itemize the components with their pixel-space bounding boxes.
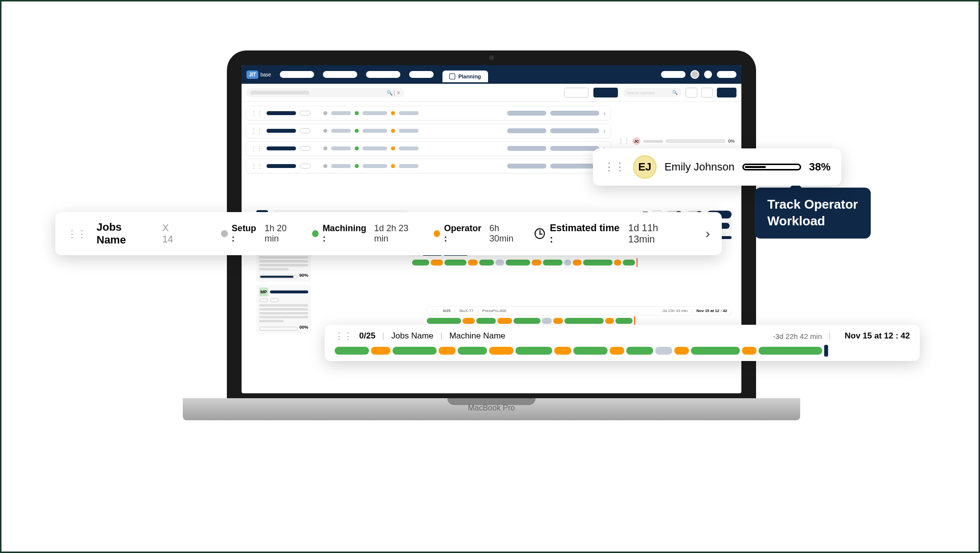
chevron-right-icon: › — [603, 127, 606, 135]
tooltip-line-1: Track Operator — [767, 196, 858, 213]
timeline-job-header: ⋮⋮ 0/25 | Jobs Name | Machine Name -3d 2… — [335, 331, 910, 341]
nav-tab-label: Planning — [458, 73, 481, 79]
action-button[interactable] — [593, 88, 618, 97]
laptop-base: MacBook Pro — [183, 398, 800, 420]
job-progress-count: 0/25 — [359, 331, 375, 341]
grip-icon[interactable]: ⋮⋮ — [251, 127, 263, 134]
operator-mini-row[interactable]: ⋮⋮ JC 0% — [615, 135, 737, 147]
job-count: X 14 — [162, 222, 182, 245]
time-delta: -3d 22h 42 min — [773, 332, 822, 340]
workload-progress — [742, 164, 801, 170]
stat-machining: Machining : 1d 2h 23 min — [312, 223, 424, 244]
job-row[interactable]: ⋮⋮ › — [245, 141, 611, 156]
timeline-operator-card[interactable]: MP 00% — [256, 285, 311, 334]
chevron-right-icon: › — [603, 109, 606, 117]
workload-pct: 90% — [299, 273, 308, 278]
logo-text: base — [260, 72, 271, 77]
logo[interactable]: JIT base — [246, 71, 271, 79]
op-filter-2[interactable] — [701, 88, 713, 97]
time-marker-icon[interactable] — [824, 345, 828, 357]
op-filter[interactable] — [686, 88, 697, 97]
avatar: EJ — [633, 155, 657, 179]
job-detail-card[interactable]: ⋮⋮ Jobs Name X 14 Setup : 1h 20 min Mach… — [55, 212, 722, 255]
search-icon: 🔍 | ✕ — [387, 90, 400, 96]
search-input[interactable]: 🔍 | ✕ — [246, 88, 404, 97]
calendar-icon — [449, 73, 455, 79]
nav-item-3[interactable] — [366, 71, 400, 78]
nav-right-1[interactable] — [661, 71, 686, 78]
job-title: Jobs Name — [97, 221, 152, 246]
operator-pct: 0% — [728, 139, 735, 144]
timeline-job-card[interactable]: ⋮⋮ 0/25 | Jobs Name | Machine Name -3d 2… — [325, 325, 920, 361]
grip-icon[interactable]: ⋮⋮ — [251, 110, 263, 117]
job-row[interactable]: ⋮⋮ › — [245, 159, 611, 173]
job-list: ⋮⋮ › ⋮⋮ — [245, 106, 611, 176]
avatar: MP — [259, 288, 268, 296]
chevron-right-icon[interactable]: › — [706, 226, 710, 241]
job-name: Jobs Name — [392, 331, 434, 341]
workload-pct: 00% — [299, 325, 308, 330]
nav-item-2[interactable] — [323, 71, 357, 78]
grip-icon[interactable]: ⋮⋮ — [251, 163, 263, 169]
camera — [489, 55, 494, 60]
nav-item-4[interactable] — [409, 71, 434, 78]
clock-icon — [535, 228, 545, 239]
setup-dot-icon — [221, 230, 228, 237]
sub-toolbar: 🔍 | ✕ Search operator 🔍 — [242, 84, 741, 102]
grip-icon[interactable]: ⋮⋮ — [251, 145, 263, 152]
grip-icon[interactable]: ⋮⋮ — [618, 138, 630, 144]
job-row[interactable]: ⋮⋮ › — [245, 106, 611, 120]
nav-right-2[interactable] — [717, 71, 736, 78]
grip-icon[interactable]: ⋮⋮ — [67, 228, 87, 240]
due-date: Nov 15 at 12 : 42 — [845, 331, 910, 341]
top-nav: JIT base Planning — [242, 65, 741, 84]
grip-icon[interactable]: ⋮⋮ — [604, 161, 625, 173]
op-action[interactable] — [717, 88, 736, 97]
workload-pct: 38% — [809, 161, 831, 173]
filter-box[interactable] — [564, 88, 588, 97]
grip-icon[interactable]: ⋮⋮ — [335, 331, 352, 341]
laptop-label: MacBook Pro — [183, 401, 800, 415]
user-avatar[interactable] — [690, 70, 699, 79]
nav-item-1[interactable] — [280, 71, 314, 78]
nav-tab-planning[interactable]: Planning — [442, 71, 488, 82]
logo-badge: JIT — [246, 71, 258, 79]
machining-dot-icon — [312, 230, 319, 237]
operator-search[interactable]: Search operator 🔍 — [623, 88, 682, 97]
job-row[interactable]: ⋮⋮ › — [245, 123, 611, 138]
operator-name: Emily Johnson — [664, 161, 735, 173]
operator-search-placeholder: Search operator — [627, 91, 655, 95]
timeline-job-bar[interactable]: ⋮⋮ 0/25 | BioX-77 | PressPro-800 -3d 23h… — [427, 306, 732, 315]
nav-icon-button[interactable] — [704, 71, 712, 78]
machine-name: Machine Name — [449, 331, 505, 341]
avatar: JC — [633, 137, 640, 145]
operator-workload-card[interactable]: ⋮⋮ EJ Emily Johnson 38% — [593, 148, 841, 186]
operator-dot-icon — [434, 230, 441, 237]
stat-setup: Setup : 1h 20 min — [221, 223, 302, 244]
tooltip: Track Operator Workload — [755, 188, 871, 239]
timeline-segments[interactable] — [335, 346, 910, 355]
stat-estimated: Estimated time : 1d 11h 13min — [535, 222, 686, 245]
stat-operator: Operator : 6h 30min — [434, 223, 525, 244]
tooltip-line-2: Workload — [767, 213, 858, 230]
